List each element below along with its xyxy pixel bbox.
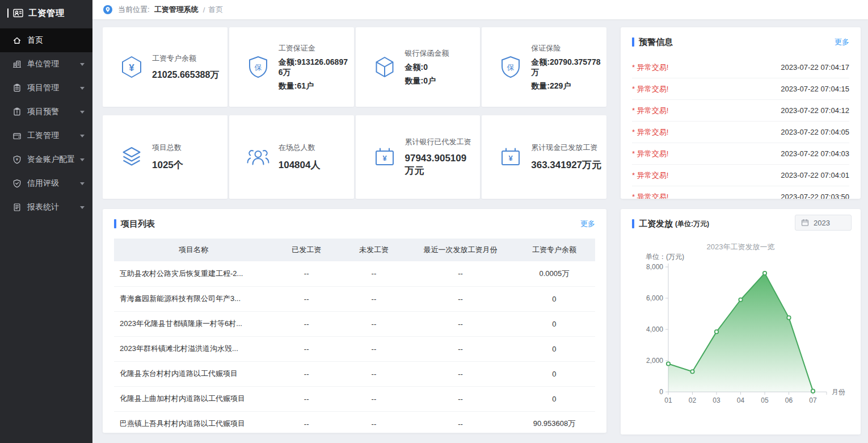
sidebar-item-salary-mgmt[interactable]: 工资管理 [0, 124, 92, 148]
warning-text: * 异常交易! [632, 62, 668, 73]
layers-icon [120, 145, 144, 169]
table-cell: -- [340, 386, 408, 411]
warning-item[interactable]: * 异常交易!2023-07-22 07:04:12 [632, 100, 849, 122]
warning-text: * 异常交易! [632, 170, 668, 181]
svg-text:保: 保 [254, 63, 262, 72]
table-row[interactable]: 化隆县东台村村内道路以工代赈项目------0 [114, 361, 595, 386]
sidebar-item-label: 首页 [27, 35, 43, 45]
chevron-down-icon [80, 87, 85, 90]
table-row[interactable]: 化隆县上曲加村村内道路以工代赈项目------0 [114, 386, 595, 411]
people-icon [246, 145, 270, 169]
report-icon [12, 203, 22, 212]
table-row[interactable]: 2023年化隆县甘都镇隆康一村等6村...------0 [114, 311, 595, 336]
warning-item[interactable]: * 异常交易!2023-07-22 07:03:50 [632, 186, 849, 199]
stat-card: 保保证保险金额:20790.375778万数量:229户 [482, 27, 606, 107]
sidebar-item-fund-account-config[interactable]: ¥资金账户配置 [0, 148, 92, 172]
table-cell: -- [407, 286, 513, 311]
table-cell: -- [407, 386, 513, 411]
chevron-down-icon [80, 158, 85, 161]
warning-item[interactable]: * 异常交易!2023-07-22 07:04:01 [632, 165, 849, 186]
stat-card-title: 累计银行已代发工资 [405, 137, 476, 147]
table-cell: -- [340, 311, 408, 336]
chevron-down-icon [80, 206, 85, 209]
table-cell: 90.953608万 [513, 411, 595, 433]
table-cell: -- [407, 336, 513, 361]
warning-more-link[interactable]: 更多 [835, 37, 849, 47]
warning-item[interactable]: * 异常交易!2023-07-22 07:04:17 [632, 57, 849, 78]
wallet-icon [12, 131, 22, 140]
sidebar-item-project-warning[interactable]: 项目预警 [0, 100, 92, 124]
table-row[interactable]: 巴燕镇上吾具村村内道路以工代赈项目------90.953608万 [114, 411, 595, 433]
warning-time: 2023-07-22 07:04:17 [781, 63, 849, 72]
project-panel-title: 项目列表 [121, 219, 155, 229]
project-table-head: 项目名称已发工资未发工资最近一次发放工资月份工资专户余额 [114, 239, 595, 261]
data-point [690, 370, 694, 373]
y-tick-label: 6,000 [646, 294, 663, 302]
project-name-cell: 青海鑫园新能源科技有限公司年产3... [114, 286, 273, 311]
stat-card-title: 银行保函金额 [405, 48, 449, 58]
app-title: 工资管理 [28, 8, 65, 19]
sidebar-item-report-stats[interactable]: 报表统计 [0, 195, 92, 219]
project-name-cell: 化隆县东台村村内道路以工代赈项目 [114, 361, 273, 386]
salary-chart-svg: 02,0004,0006,0008,00001020304050607月份 [632, 261, 856, 406]
svg-text:¥: ¥ [509, 153, 513, 162]
x-axis-name: 月份 [832, 388, 845, 396]
y-tick-label: 4,000 [646, 325, 663, 333]
y-tick-label: 2,000 [646, 357, 663, 365]
table-cell: -- [273, 336, 340, 361]
x-tick-label: 04 [737, 396, 745, 404]
series-area [668, 273, 813, 392]
stat-card-title: 项目总数 [152, 143, 183, 153]
table-header-cell: 未发工资 [340, 239, 408, 261]
salary-dashboard-page: 工资管理 首页单位管理项目管理项目预警工资管理¥资金账户配置信用评级报表统计 当… [0, 0, 868, 443]
project-table-body: 互助县农村公路灾后恢复重建工程-2...------0.0005万青海鑫园新能源… [114, 261, 595, 433]
sidebar-item-credit-rating[interactable]: 信用评级 [0, 172, 92, 195]
stat-card-value: 97943.905109万元 [405, 153, 476, 177]
sidebar-menu: 首页单位管理项目管理项目预警工资管理¥资金账户配置信用评级报表统计 [0, 28, 92, 219]
table-row[interactable]: 互助县农村公路灾后恢复重建工程-2...------0.0005万 [114, 261, 595, 286]
table-cell: -- [273, 286, 340, 311]
shield-yuan-icon: ¥ [12, 155, 22, 164]
warning-text: * 异常交易! [632, 192, 668, 199]
stat-card-title: 工资保证金 [279, 43, 349, 53]
stat-card-line: 数量:229户 [531, 81, 602, 91]
warning-item[interactable]: * 异常交易!2023-07-22 07:04:15 [632, 78, 849, 100]
stat-card-value: 1025个 [152, 158, 183, 172]
table-cell: -- [340, 261, 408, 286]
sidebar-item-project-mgmt[interactable]: 项目管理 [0, 76, 92, 100]
project-more-link[interactable]: 更多 [580, 219, 595, 229]
data-point [787, 316, 790, 319]
x-tick-label: 02 [689, 396, 697, 404]
warning-time: 2023-07-22 07:04:15 [781, 85, 849, 93]
warning-item[interactable]: * 异常交易!2023-07-22 07:04:05 [632, 122, 849, 143]
warning-item[interactable]: * 异常交易!2023-07-22 07:04:03 [632, 143, 849, 165]
table-cell: -- [407, 411, 513, 433]
salary-chart-panel: 工资发放 (单位:万元) 2023 2023年工资发放一览 单位：(万元) 02… [621, 209, 861, 434]
project-table-header-row: 项目名称已发工资未发工资最近一次发放工资月份工资专户余额 [114, 239, 595, 261]
data-point [667, 362, 670, 365]
stat-card-line: 金额:0 [405, 62, 449, 72]
x-tick-label: 07 [809, 396, 817, 404]
table-cell: -- [273, 361, 340, 386]
table-row[interactable]: 2023年群科镇滩北村溢洪道沟水毁...------0 [114, 336, 595, 361]
table-row[interactable]: 青海鑫园新能源科技有限公司年产3...------0 [114, 286, 595, 311]
table-cell: -- [273, 311, 340, 336]
building-icon [12, 60, 22, 69]
breadcrumb-root[interactable]: 工资管理系统 [154, 5, 199, 15]
year-selector[interactable]: 2023 [795, 215, 852, 231]
stat-cards-row-1: ¥工资专户余额21025.665388万保工资保证金金额:913126.0689… [103, 27, 606, 107]
app-logo: 工资管理 [0, 0, 92, 26]
table-cell: -- [273, 261, 340, 286]
table-cell: -- [273, 386, 340, 411]
project-name-cell: 互助县农村公路灾后恢复重建工程-2... [114, 261, 273, 286]
x-tick-label: 06 [785, 396, 793, 404]
warning-text: * 异常交易! [632, 127, 668, 137]
table-cell: -- [407, 261, 513, 286]
shield-check-icon [12, 179, 22, 188]
stat-card-title: 保证保险 [531, 43, 602, 53]
sidebar-item-unit-mgmt[interactable]: 单位管理 [0, 52, 92, 76]
sidebar-item-home[interactable]: 首页 [0, 28, 92, 52]
table-header-cell: 最近一次发放工资月份 [407, 239, 513, 261]
table-cell: 0 [513, 361, 595, 386]
chevron-down-icon [80, 63, 85, 66]
